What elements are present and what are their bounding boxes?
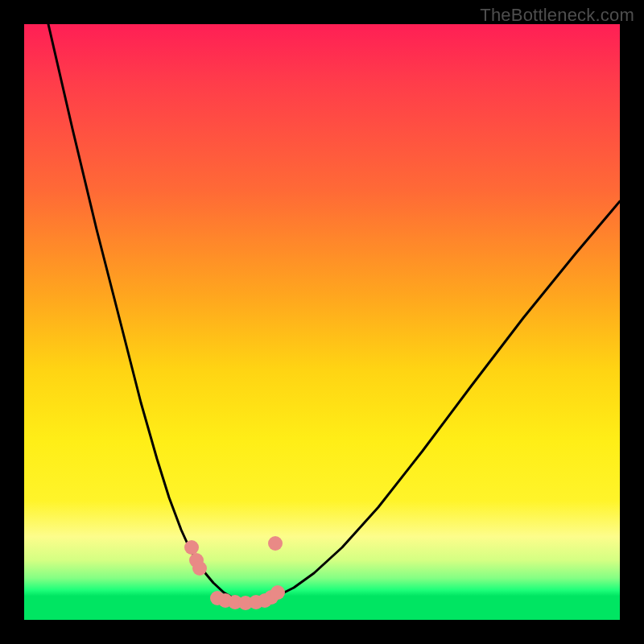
data-marker: [192, 561, 207, 576]
data-marker: [184, 540, 199, 555]
data-marker: [270, 585, 285, 600]
curve-layer: [48, 24, 620, 602]
series-left-curve: [48, 24, 240, 601]
marker-layer: [184, 536, 285, 610]
watermark-text: TheBottleneck.com: [480, 5, 634, 26]
plot-area: [24, 24, 620, 620]
chart-svg: [24, 24, 620, 620]
data-marker: [268, 536, 283, 551]
outer-black-frame: TheBottleneck.com: [0, 0, 644, 644]
series-right-curve: [266, 201, 620, 601]
